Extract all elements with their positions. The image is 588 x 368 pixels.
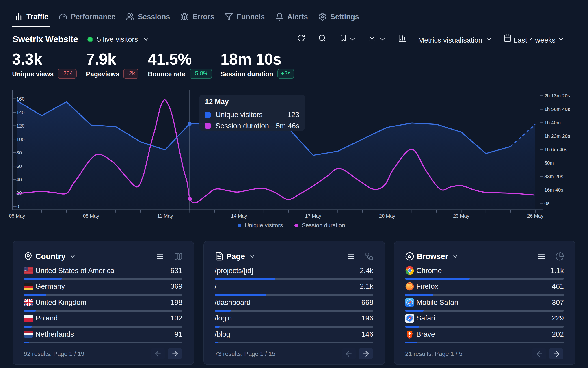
svg-text:23 May: 23 May	[453, 213, 469, 219]
svg-text:05 May: 05 May	[9, 213, 25, 219]
svg-text:14 May: 14 May	[231, 213, 247, 219]
svg-text:0s: 0s	[544, 201, 550, 206]
svg-text:1h 40m: 1h 40m	[544, 120, 561, 126]
svg-text:33m 20s: 33m 20s	[544, 174, 563, 179]
svg-text:16m 40s: 16m 40s	[544, 187, 563, 193]
svg-text:1h 56m 40s: 1h 56m 40s	[544, 106, 570, 112]
svg-text:2h 13m 20s: 2h 13m 20s	[544, 93, 570, 99]
svg-text:50m: 50m	[544, 160, 554, 166]
svg-text:11 May: 11 May	[157, 213, 173, 219]
svg-text:26 May: 26 May	[527, 213, 543, 219]
svg-text:1h 6m 40s: 1h 6m 40s	[544, 147, 567, 152]
svg-text:1h 23m 20s: 1h 23m 20s	[544, 133, 570, 139]
svg-text:08 May: 08 May	[83, 213, 99, 219]
svg-text:17 May: 17 May	[305, 213, 321, 219]
svg-text:20 May: 20 May	[379, 213, 395, 219]
